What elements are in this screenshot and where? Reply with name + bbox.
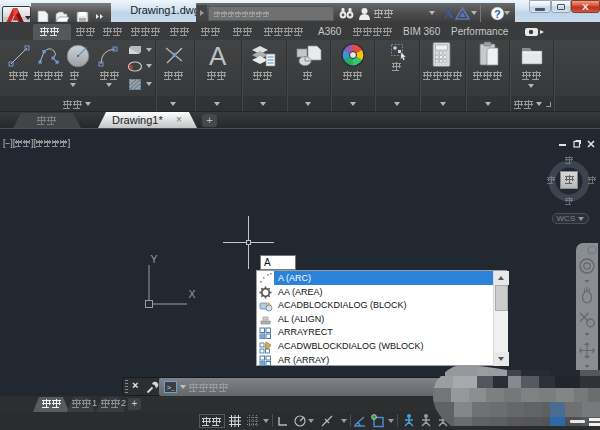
svg-text:?: ? <box>494 8 500 20</box>
svg-text:X: X <box>444 6 454 21</box>
svg-text:Y: Y <box>150 253 157 265</box>
svg-text:X: X <box>188 288 195 300</box>
